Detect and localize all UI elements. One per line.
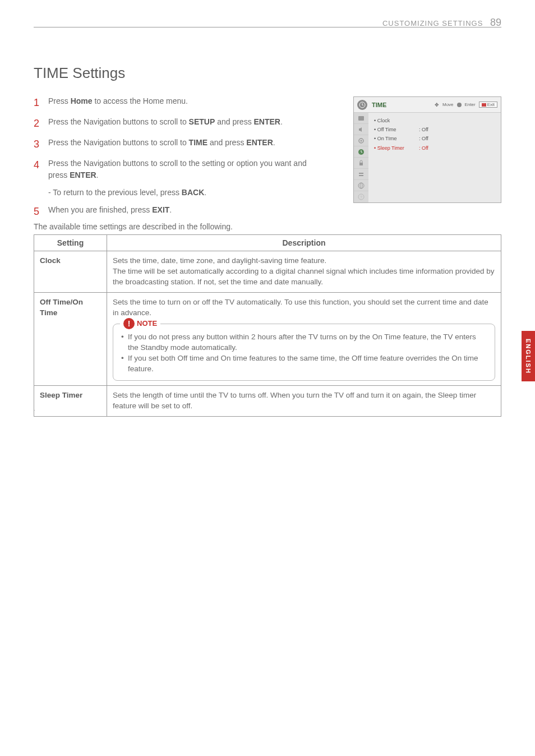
text: . [204, 188, 206, 197]
row-off-on-time: Off Time/On Time Sets the time to turn o… [34, 292, 501, 385]
osd-sidebar: ? [354, 113, 368, 202]
step-number: 2 [34, 116, 48, 131]
sidebar-audio-icon [354, 124, 368, 135]
text: and press [207, 138, 246, 147]
enter-label: Enter [465, 102, 476, 107]
step-5: 5 When you are finished, press EXIT. [34, 204, 314, 219]
exit-icon [482, 103, 486, 107]
step-number: 1 [34, 95, 48, 110]
desc-text: Sets the time to turn on or off the TV a… [113, 298, 488, 317]
svg-point-9 [360, 183, 362, 188]
sidebar-picture-icon [354, 113, 368, 124]
move-label: Move [442, 102, 454, 107]
osd-title: TIME [372, 102, 435, 108]
osd-body: ? Clock Off Time Off On TIme Off Sleep T… [354, 113, 501, 202]
osd-header-controls: ✥ Move Enter Exit [435, 102, 497, 108]
osd-item-sleep-timer: Sleep Timer Off [374, 144, 495, 153]
sidebar-network-icon [354, 180, 368, 191]
exit-button: Exit [479, 102, 497, 108]
footnote-dot: . [34, 406, 35, 412]
step-text: Press the Navigation buttons to scroll t… [48, 158, 314, 181]
svg-rect-1 [358, 116, 364, 121]
setting-name: Off Time/On Time [34, 292, 107, 385]
enter-key: ENTER [254, 117, 280, 126]
step-1: 1 Press Home to access the Home menu. [34, 95, 314, 110]
osd-item-clock: Clock [374, 116, 495, 125]
text: . [280, 117, 283, 126]
text: . [169, 205, 172, 214]
intro-text: The available time settings are describe… [34, 222, 233, 231]
step-number: 5 [34, 204, 48, 219]
svg-rect-6 [359, 173, 363, 174]
step-text: Press the Navigation buttons to scroll t… [48, 137, 314, 152]
warning-icon: ! [123, 318, 135, 329]
step-text: Press Home to access the Home menu. [48, 95, 314, 110]
enter-key: ENTER [246, 138, 273, 147]
text: . [96, 170, 99, 179]
note-title: ! NOTE [120, 318, 160, 329]
svg-point-3 [361, 140, 362, 141]
exit-key: EXIT [152, 205, 169, 214]
note-list: If you do not press any button within 2 … [121, 332, 487, 375]
text: Press the Navigation buttons to scroll t… [48, 117, 189, 126]
steps-list: 1 Press Home to access the Home menu. 2 … [34, 95, 314, 225]
section-label: CUSTOMIZING SETTINGS [382, 19, 483, 27]
setup-key: SETUP [189, 117, 215, 126]
text: Press [48, 96, 71, 105]
osd-content: Clock Off Time Off On TIme Off Sleep Tim… [368, 113, 501, 202]
step-4: 4 Press the Navigation buttons to scroll… [34, 158, 314, 181]
page-title: TIME Settings [34, 64, 125, 82]
text: Press the Navigation buttons to scroll t… [48, 138, 189, 147]
sidebar-support-icon: ? [354, 191, 368, 202]
language-tab: ENGLISH [522, 331, 535, 381]
step-number: 3 [34, 137, 48, 152]
setting-desc: Sets the length of time until the TV to … [107, 386, 501, 417]
setting-name: Sleep Timer [34, 386, 107, 417]
setting-desc: Sets the time, date, time zone, and dayl… [107, 251, 501, 293]
row-sleep-timer: Sleep Timer Sets the length of time unti… [34, 386, 501, 417]
sidebar-channel-icon [354, 135, 368, 146]
note-item: If you do not press any button within 2 … [121, 332, 487, 353]
osd-header: TIME ✥ Move Enter Exit [354, 97, 501, 113]
enter-icon [457, 103, 462, 107]
osd-value: Off [419, 134, 428, 143]
svg-rect-5 [359, 163, 363, 165]
svg-rect-7 [359, 175, 363, 176]
header-section: CUSTOMIZING SETTINGS 89 [382, 17, 501, 29]
exit-label: Exit [487, 102, 495, 107]
osd-panel: TIME ✥ Move Enter Exit ? Clock [353, 96, 501, 203]
row-clock: Clock Sets the time, date, time zone, an… [34, 251, 501, 293]
step-number: 4 [34, 158, 48, 181]
clock-icon [357, 100, 367, 110]
osd-value: Off [419, 125, 428, 134]
step-text: Press the Navigation buttons to scroll t… [48, 116, 314, 131]
text: . [273, 138, 275, 147]
setting-desc: Sets the time to turn on or off the TV a… [107, 292, 501, 385]
note-box: ! NOTE If you do not press any button wi… [113, 324, 495, 381]
osd-value: Off [419, 144, 428, 153]
osd-label: Off Time [374, 125, 419, 134]
note-item: If you set both Off time and On time fea… [121, 353, 487, 375]
osd-label: Clock [374, 116, 419, 125]
step-text: When you are finished, press EXIT. [48, 204, 314, 219]
sidebar-time-icon [354, 146, 368, 158]
svg-point-8 [358, 183, 364, 188]
settings-table: Setting Description Clock Sets the time,… [34, 234, 501, 417]
text: and press [215, 117, 253, 126]
text: - To return to the previous level, press [48, 188, 182, 197]
back-key: BACK [182, 188, 204, 197]
col-setting: Setting [34, 235, 107, 251]
step-3: 3 Press the Navigation buttons to scroll… [34, 137, 314, 152]
page-number: 89 [490, 17, 501, 28]
move-icon: ✥ [435, 102, 439, 108]
osd-item-off-time: Off Time Off [374, 125, 495, 134]
step-2: 2 Press the Navigation buttons to scroll… [34, 116, 314, 131]
osd-label: Sleep Timer [374, 144, 419, 153]
sidebar-lock-icon [354, 158, 368, 169]
text: to access the Home menu. [93, 96, 188, 105]
col-description: Description [107, 235, 501, 251]
setting-name: Clock [34, 251, 107, 293]
osd-label: On TIme [374, 134, 419, 143]
time-key: TIME [189, 138, 207, 147]
osd-item-on-time: On TIme Off [374, 134, 495, 143]
